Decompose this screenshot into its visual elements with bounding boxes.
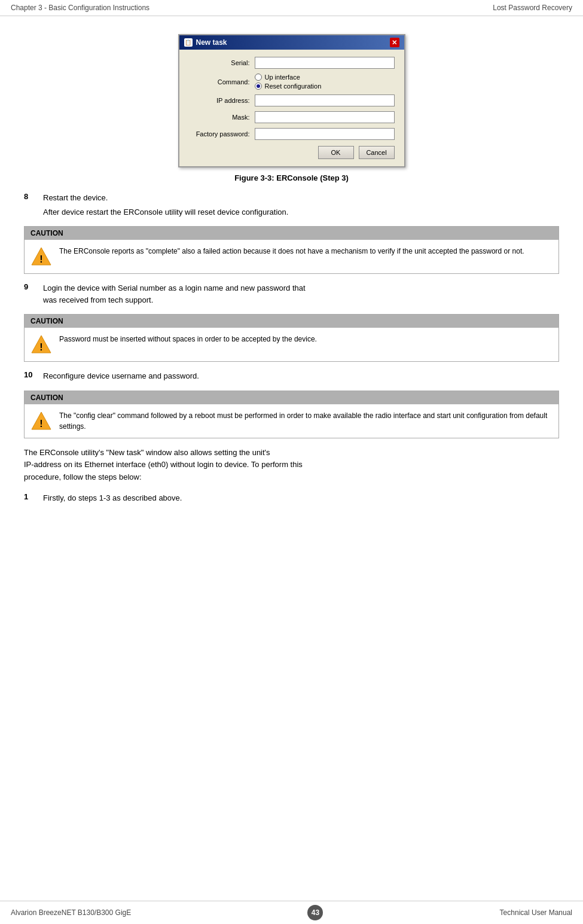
step-10-text: Reconfigure device username and password… <box>43 370 199 382</box>
step-9-line: 9 Login the device with Serial number as… <box>24 282 559 306</box>
radio-dot <box>257 84 260 88</box>
step-1-final-text: Firstly, do steps 1-3 as described above… <box>43 492 182 504</box>
main-content: 📋 New task ✕ Serial: Command: <box>0 16 583 548</box>
dialog-box: 📋 New task ✕ Serial: Command: <box>178 34 405 167</box>
dialog-factory-password-row: Factory password: <box>189 128 395 140</box>
dialog-close-button[interactable]: ✕ <box>390 38 399 47</box>
step-10-number: 10 <box>24 370 36 382</box>
step-9-text-block: Login the device with Serial number as a… <box>43 282 306 306</box>
header-left: Chapter 3 - Basic Configuration Instruct… <box>11 4 149 12</box>
page-header: Chapter 3 - Basic Configuration Instruct… <box>0 0 583 16</box>
step-8-line: 8 Restart the device. <box>24 192 559 204</box>
step-8-text: Restart the device. <box>43 192 108 204</box>
ok-button[interactable]: OK <box>318 146 354 159</box>
footer-left: Alvarion BreezeNET B130/B300 GigE <box>11 908 131 917</box>
paragraph-block: The ERConsole utility's "New task" windo… <box>24 447 559 484</box>
dialog-title-icon: 📋 <box>184 38 193 47</box>
caution-2-text: Password must be inserted without spaces… <box>59 334 317 344</box>
caution-1-text: The ERConsole reports as "complete" also… <box>59 246 524 257</box>
warning-triangle-icon: ! <box>30 246 52 267</box>
paragraph-line3: procedure, follow the steps below: <box>24 472 142 481</box>
page-number: 43 <box>307 905 323 920</box>
dialog-ip-row: IP address: <box>189 94 395 106</box>
caution-3-header: CAUTION <box>25 391 558 404</box>
step-9-number: 9 <box>24 282 36 306</box>
caution-1-block: CAUTION ! The ERConsole reports as "comp… <box>24 226 559 274</box>
svg-text:!: ! <box>39 419 42 429</box>
radio-reset-config-circle <box>255 83 262 90</box>
caution-2-body: ! Password must be inserted without spac… <box>25 328 558 361</box>
paragraph-line2: IP-address on its Ethernet interface (et… <box>24 460 303 469</box>
step-9-line1: Login the device with Serial number as a… <box>43 282 306 294</box>
serial-input[interactable] <box>255 57 395 69</box>
dialog-mask-row: Mask: <box>189 111 395 123</box>
step-1-final-number: 1 <box>24 492 36 504</box>
mask-label: Mask: <box>189 114 255 121</box>
step-10-line: 10 Reconfigure device username and passw… <box>24 370 559 382</box>
dialog-title-left: 📋 New task <box>184 38 227 47</box>
figure-caption: Figure 3-3: ERConsole (Step 3) <box>234 173 349 182</box>
serial-label: Serial: <box>189 59 255 66</box>
ip-input[interactable] <box>255 94 395 106</box>
caution-1-icon: ! <box>30 246 52 267</box>
radio-up-interface-circle <box>255 74 262 81</box>
dialog-command-row: Command: Up interface Reset configuratio… <box>189 74 395 90</box>
caution-2-icon: ! <box>30 334 52 355</box>
caution-1-body: ! The ERConsole reports as "complete" al… <box>25 240 558 273</box>
dialog-title-text: New task <box>196 38 227 47</box>
command-radio-group: Up interface Reset configuration <box>255 74 322 90</box>
caution-3-text: The "config clear" command followed by a… <box>59 410 553 432</box>
caution-3-block: CAUTION ! The "config clear" command fol… <box>24 391 559 438</box>
dialog-buttons: OK Cancel <box>189 146 395 159</box>
paragraph-line1: The ERConsole utility's "New task" windo… <box>24 448 270 457</box>
factory-password-input[interactable] <box>255 128 395 140</box>
mask-input[interactable] <box>255 111 395 123</box>
step-10-block: 10 Reconfigure device username and passw… <box>24 370 559 382</box>
step-1-final-line: 1 Firstly, do steps 1-3 as described abo… <box>24 492 559 504</box>
caution-1-header: CAUTION <box>25 227 558 240</box>
warning-triangle-icon-3: ! <box>30 410 52 432</box>
svg-text:!: ! <box>39 342 42 352</box>
command-label: Command: <box>189 78 255 86</box>
svg-text:!: ! <box>39 254 42 264</box>
step-9-line2: was received from tech support. <box>43 294 306 306</box>
step-9-block: 9 Login the device with Serial number as… <box>24 282 559 306</box>
caution-3-icon: ! <box>30 410 52 432</box>
cancel-button[interactable]: Cancel <box>359 146 395 159</box>
dialog-body: Serial: Command: Up interface <box>179 50 404 166</box>
step-1-final-block: 1 Firstly, do steps 1-3 as described abo… <box>24 492 559 504</box>
radio-up-interface-label: Up interface <box>265 74 300 81</box>
step-8-block: 8 Restart the device. After device resta… <box>24 192 559 218</box>
warning-triangle-icon-2: ! <box>30 334 52 355</box>
caution-3-body: ! The "config clear" command followed by… <box>25 404 558 438</box>
dialog-titlebar: 📋 New task ✕ <box>179 35 404 50</box>
radio-reset-config-label: Reset configuration <box>265 83 322 90</box>
dialog-serial-row: Serial: <box>189 57 395 69</box>
ip-label: IP address: <box>189 97 255 104</box>
header-right: Lost Password Recovery <box>493 4 572 12</box>
step-8-number: 8 <box>24 192 36 204</box>
page-footer: Alvarion BreezeNET B130/B300 GigE 43 Tec… <box>0 901 583 924</box>
factory-password-label: Factory password: <box>189 130 255 138</box>
step-8-continuation: After device restart the ERConsole utili… <box>43 206 559 218</box>
caution-2-block: CAUTION ! Password must be inserted with… <box>24 314 559 362</box>
figure-container: 📋 New task ✕ Serial: Command: <box>24 34 559 182</box>
radio-reset-config[interactable]: Reset configuration <box>255 83 322 90</box>
radio-up-interface[interactable]: Up interface <box>255 74 322 81</box>
caution-2-header: CAUTION <box>25 315 558 328</box>
footer-right: Technical User Manual <box>500 908 572 917</box>
